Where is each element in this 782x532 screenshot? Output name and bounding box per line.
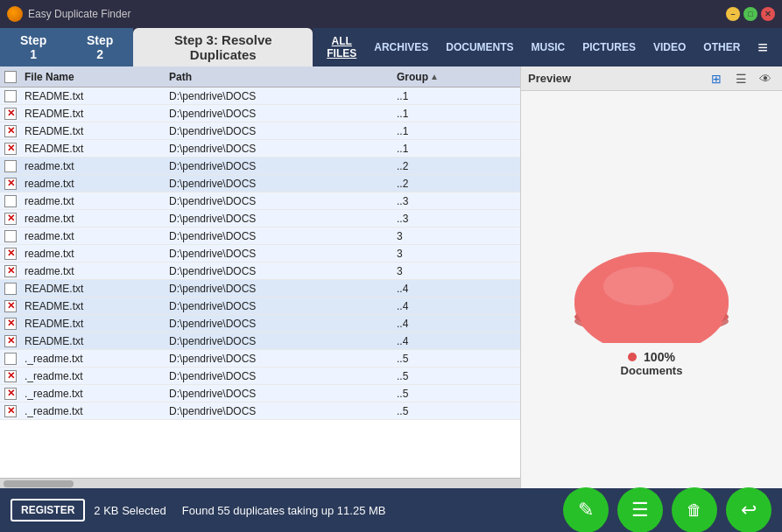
row-checkbox[interactable] (4, 353, 17, 365)
step3-tab[interactable]: Step 3: Resolve Duplicates (133, 28, 313, 66)
table-row[interactable]: ✕ README.txt D:\pendrive\DOCS ..1 (0, 140, 520, 158)
row-checkbox[interactable]: ✕ (4, 318, 17, 330)
row-filename: readme.txt (21, 248, 166, 260)
filter-pictures[interactable]: Pictures (575, 38, 643, 57)
preview-view-controls: ⊞ ☰ 👁 (707, 69, 775, 88)
legend-dot-icon (628, 353, 637, 361)
row-group: ..4 (393, 300, 446, 312)
row-group: 3 (393, 230, 446, 242)
table-row[interactable]: README.txt D:\pendrive\DOCS ..1 (0, 88, 520, 105)
row-check-col: ✕ (0, 178, 21, 190)
row-checkbox[interactable] (4, 160, 17, 172)
row-check-col (0, 160, 21, 172)
edit-action-button[interactable]: ✎ (563, 487, 609, 532)
row-group: ..4 (393, 283, 446, 295)
row-filename: ._readme.txt (21, 405, 166, 417)
row-checkbox[interactable]: ✕ (4, 265, 17, 277)
row-filename: readme.txt (21, 160, 166, 172)
row-path: D:\pendrive\DOCS (166, 318, 393, 330)
pie-chart-container: 100% Documents (564, 203, 739, 377)
row-checkbox[interactable]: ✕ (4, 143, 17, 155)
table-row[interactable]: ✕ ._readme.txt D:\pendrive\DOCS ..5 (0, 402, 520, 420)
row-checkbox[interactable]: ✕ (4, 248, 17, 260)
row-checkbox[interactable] (4, 283, 17, 295)
pie-legend: 100% Documents (621, 350, 683, 377)
step1-tab[interactable]: Step 1 (0, 28, 67, 66)
row-path: D:\pendrive\DOCS (166, 335, 393, 347)
register-button[interactable]: REGISTER (11, 499, 85, 522)
row-group: ..3 (393, 195, 446, 207)
minimize-button[interactable]: – (726, 7, 740, 21)
list-view-button[interactable]: ☰ (731, 69, 750, 88)
col-filename-header[interactable]: File Name (21, 71, 166, 83)
table-row[interactable]: ✕ README.txt D:\pendrive\DOCS ..4 (0, 298, 520, 315)
row-checkbox[interactable]: ✕ (4, 335, 17, 347)
table-row[interactable]: ✕ README.txt D:\pendrive\DOCS ..1 (0, 122, 520, 140)
window-controls: – □ ✕ (726, 7, 775, 21)
row-group: 3 (393, 265, 446, 277)
table-row[interactable]: ✕ README.txt D:\pendrive\DOCS ..1 (0, 105, 520, 122)
filter-all-files[interactable]: All Files (320, 32, 363, 63)
row-filename: readme.txt (21, 178, 166, 190)
row-group: ..1 (393, 108, 446, 120)
list-action-button[interactable]: ☰ (617, 487, 663, 532)
header-checkbox[interactable] (4, 71, 17, 83)
row-checkbox[interactable]: ✕ (4, 370, 17, 382)
row-checkbox[interactable]: ✕ (4, 125, 17, 137)
filter-other[interactable]: Other (696, 38, 747, 57)
row-checkbox[interactable]: ✕ (4, 178, 17, 190)
row-filename: README.txt (21, 125, 166, 137)
row-check-col: ✕ (0, 213, 21, 225)
row-checkbox[interactable]: ✕ (4, 388, 17, 400)
col-path-header[interactable]: Path (166, 71, 393, 83)
delete-action-button[interactable]: 🗑 (672, 487, 717, 532)
preview-label: Preview (528, 72, 707, 85)
file-list-body[interactable]: README.txt D:\pendrive\DOCS ..1 ✕ README… (0, 88, 520, 478)
titlebar: Easy Duplicate Finder – □ ✕ (0, 0, 782, 28)
table-row[interactable]: readme.txt D:\pendrive\DOCS ..2 (0, 158, 520, 175)
eye-view-button[interactable]: 👁 (756, 69, 775, 88)
row-checkbox[interactable]: ✕ (4, 108, 17, 120)
filter-documents[interactable]: Documents (439, 38, 520, 57)
menu-button[interactable]: ≡ (750, 34, 775, 61)
row-path: D:\pendrive\DOCS (166, 405, 393, 417)
row-filename: README.txt (21, 335, 166, 347)
row-group: ..4 (393, 335, 446, 347)
hscroll-thumb[interactable] (4, 480, 74, 487)
row-checkbox[interactable] (4, 230, 17, 242)
row-filename: README.txt (21, 300, 166, 312)
filter-video[interactable]: Video (646, 38, 693, 57)
filter-archives[interactable]: Archives (367, 38, 435, 57)
table-row[interactable]: README.txt D:\pendrive\DOCS ..4 (0, 280, 520, 298)
row-group: ..5 (393, 388, 446, 400)
grid-view-button[interactable]: ⊞ (707, 69, 726, 88)
table-row[interactable]: ✕ README.txt D:\pendrive\DOCS ..4 (0, 315, 520, 332)
table-row[interactable]: ✕ readme.txt D:\pendrive\DOCS ..3 (0, 210, 520, 228)
col-group-header[interactable]: Group ▲ (393, 71, 446, 83)
table-row[interactable]: ✕ readme.txt D:\pendrive\DOCS ..2 (0, 175, 520, 192)
row-checkbox[interactable] (4, 90, 17, 102)
row-checkbox[interactable]: ✕ (4, 300, 17, 312)
svg-point-5 (603, 267, 673, 305)
undo-action-button[interactable]: ↩ (726, 487, 771, 532)
filter-music[interactable]: Music (525, 38, 573, 57)
horizontal-scrollbar[interactable] (0, 478, 520, 488)
maximize-button[interactable]: □ (743, 7, 757, 21)
row-filename: README.txt (21, 318, 166, 330)
row-group: 3 (393, 248, 446, 260)
table-row[interactable]: readme.txt D:\pendrive\DOCS 3 (0, 228, 520, 245)
table-row[interactable]: ✕ ._readme.txt D:\pendrive\DOCS ..5 (0, 368, 520, 385)
table-row[interactable]: readme.txt D:\pendrive\DOCS ..3 (0, 192, 520, 210)
table-row[interactable]: ✕ README.txt D:\pendrive\DOCS ..4 (0, 332, 520, 350)
row-checkbox[interactable]: ✕ (4, 213, 17, 225)
table-row[interactable]: ✕ ._readme.txt D:\pendrive\DOCS ..5 (0, 385, 520, 402)
row-checkbox[interactable] (4, 195, 17, 207)
table-row[interactable]: ._readme.txt D:\pendrive\DOCS ..5 (0, 350, 520, 368)
row-checkbox[interactable]: ✕ (4, 405, 17, 417)
table-row[interactable]: ✕ readme.txt D:\pendrive\DOCS 3 (0, 245, 520, 262)
row-path: D:\pendrive\DOCS (166, 230, 393, 242)
table-row[interactable]: ✕ readme.txt D:\pendrive\DOCS 3 (0, 262, 520, 280)
step2-tab[interactable]: Step 2 (67, 28, 133, 66)
row-path: D:\pendrive\DOCS (166, 248, 393, 260)
close-button[interactable]: ✕ (761, 7, 775, 21)
